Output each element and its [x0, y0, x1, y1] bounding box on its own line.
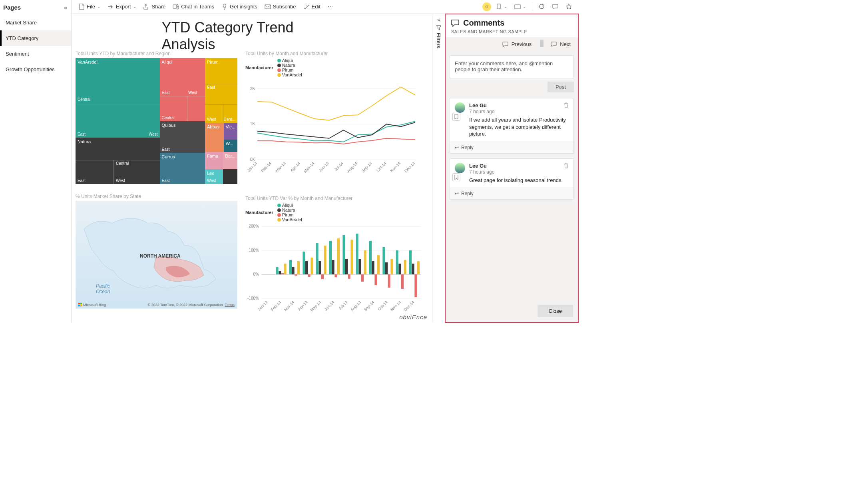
- filter-icon: [436, 25, 442, 30]
- more-menu[interactable]: ⋯: [325, 2, 336, 11]
- svg-point-1: [177, 4, 178, 6]
- delete-comment-button[interactable]: [564, 163, 569, 168]
- reply-button[interactable]: ↩Reply: [450, 142, 573, 153]
- comments-prev-button[interactable]: Previous: [501, 40, 535, 49]
- legend-item[interactable]: Natura: [277, 208, 302, 212]
- svg-rect-70: [358, 259, 361, 274]
- svg-rect-77: [377, 255, 380, 274]
- svg-rect-76: [374, 274, 377, 285]
- favorite-button[interactable]: [563, 2, 575, 12]
- legend-item[interactable]: Pirum: [277, 68, 302, 72]
- ellipsis-icon: ⋯: [328, 4, 333, 10]
- subscribe-button[interactable]: Subscribe: [262, 2, 299, 12]
- svg-rect-49: [303, 252, 305, 274]
- export-icon: [108, 4, 114, 10]
- chat-teams-button[interactable]: Chat in Teams: [170, 2, 217, 12]
- svg-rect-92: [417, 261, 420, 274]
- chevron-down-icon: ⌄: [97, 4, 100, 9]
- page-tab-ytd-category[interactable]: YTD Category: [0, 30, 71, 46]
- svg-text:Apr-14: Apr-14: [289, 161, 301, 172]
- legend-item[interactable]: Pirum: [277, 212, 302, 217]
- svg-text:Apr-14: Apr-14: [297, 300, 309, 311]
- page-tab-market-share[interactable]: Market Share: [0, 15, 71, 30]
- legend-item[interactable]: VanArsdel: [277, 217, 302, 222]
- share-icon: [143, 4, 150, 10]
- comments-toggle-button[interactable]: [549, 2, 561, 12]
- map-ocean-label: Pacific Ocean: [96, 283, 110, 294]
- svg-text:0K: 0K: [250, 157, 255, 162]
- svg-rect-50: [305, 261, 308, 274]
- refresh-button[interactable]: [536, 2, 547, 12]
- bookmark-icon[interactable]: [452, 173, 460, 181]
- legend-item[interactable]: Aliqui: [277, 203, 302, 208]
- svg-text:Nov-14: Nov-14: [390, 300, 402, 312]
- edit-label: Edit: [312, 4, 321, 10]
- line-chart-visual[interactable]: Total Units by Month and Manufacturer Ma…: [245, 51, 417, 176]
- bar-chart-visual[interactable]: Total Units YTD Var % by Month and Manuf…: [245, 196, 423, 316]
- comment-card: Lee Gu 7 hours ago Great page for isolat…: [450, 158, 574, 200]
- svg-rect-79: [382, 247, 385, 274]
- svg-rect-72: [364, 250, 366, 274]
- map-terms-link[interactable]: Terms: [225, 303, 235, 307]
- delete-comment-button[interactable]: [564, 102, 569, 108]
- pencil-icon: [303, 4, 310, 10]
- insights-label: Get insights: [230, 4, 257, 10]
- edit-button[interactable]: Edit: [301, 2, 323, 12]
- svg-rect-51: [308, 274, 311, 277]
- insights-button[interactable]: Get insights: [219, 2, 260, 12]
- bookmark-icon[interactable]: [452, 113, 460, 121]
- bookmark-menu[interactable]: ⌄: [493, 2, 510, 12]
- svg-rect-90: [412, 264, 414, 274]
- page-tab-growth-opportunities[interactable]: Growth Opportunities: [0, 62, 71, 77]
- view-menu[interactable]: ⌄: [512, 2, 529, 12]
- post-comment-button[interactable]: Post: [547, 82, 574, 92]
- treemap-visual[interactable]: Total Units YTD by Manufacturer and Regi…: [76, 51, 237, 184]
- line-chart-title: Total Units by Month and Manufacturer: [245, 51, 417, 56]
- comments-title: Comments: [451, 18, 572, 28]
- chevron-down-icon: ⌄: [523, 4, 526, 9]
- svg-rect-61: [334, 274, 337, 277]
- comments-panel: Comments SALES AND MARKETING SAMPLE Prev…: [445, 14, 579, 323]
- treemap-title: Total Units YTD by Manufacturer and Regi…: [76, 51, 237, 56]
- svg-text:Sep-14: Sep-14: [360, 161, 373, 173]
- reply-button[interactable]: ↩Reply: [450, 188, 573, 199]
- reset-highlight-button[interactable]: [482, 2, 491, 11]
- page-tab-sentiment[interactable]: Sentiment: [0, 46, 71, 62]
- expand-filters-icon[interactable]: «: [437, 17, 440, 22]
- comment-author: Lee Gu: [469, 102, 569, 108]
- comment-input[interactable]: Enter your comments here, and @mention p…: [450, 55, 574, 78]
- svg-rect-40: [279, 271, 281, 274]
- file-menu[interactable]: File ⌄: [76, 2, 103, 12]
- svg-rect-0: [173, 5, 177, 8]
- comment-author: Lee Gu: [469, 163, 569, 169]
- filters-pane-collapsed[interactable]: « Filters: [432, 14, 445, 323]
- map-title: % Units Market Share by State: [76, 194, 237, 199]
- legend-item[interactable]: Aliqui: [277, 58, 302, 63]
- svg-rect-46: [295, 274, 297, 276]
- share-button[interactable]: Share: [141, 2, 169, 12]
- svg-rect-91: [414, 274, 417, 297]
- svg-text:Nov-14: Nov-14: [389, 161, 402, 173]
- close-comments-button[interactable]: Close: [538, 305, 573, 317]
- sidebar-collapse-button[interactable]: «: [64, 4, 67, 11]
- map-bing-attribution: Microsoft Bing: [78, 303, 106, 307]
- svg-rect-66: [348, 274, 350, 279]
- svg-text:May-14: May-14: [309, 300, 322, 312]
- export-menu[interactable]: Export ⌄: [105, 2, 139, 12]
- map-visual[interactable]: % Units Market Share by State NORTH AMER…: [76, 194, 237, 309]
- map-credit: © 2022 TomTom, © 2022 Microsoft Corporat…: [147, 303, 235, 307]
- legend-label: Manufacturer: [245, 210, 273, 215]
- legend-item[interactable]: VanArsdel: [277, 72, 302, 77]
- legend-label: Manufacturer: [245, 65, 273, 70]
- bar-chart-title: Total Units YTD Var % by Month and Manuf…: [245, 196, 423, 201]
- comment-icon: [552, 4, 558, 10]
- avatar: [455, 102, 465, 113]
- svg-rect-56: [321, 274, 324, 279]
- svg-rect-62: [337, 238, 340, 274]
- svg-rect-24: [78, 305, 80, 306]
- legend-item[interactable]: Natura: [277, 63, 302, 68]
- svg-text:Feb-14: Feb-14: [270, 300, 282, 312]
- comments-next-button[interactable]: Next: [549, 40, 574, 49]
- comment-time: 7 hours ago: [469, 169, 569, 175]
- svg-rect-86: [401, 274, 404, 289]
